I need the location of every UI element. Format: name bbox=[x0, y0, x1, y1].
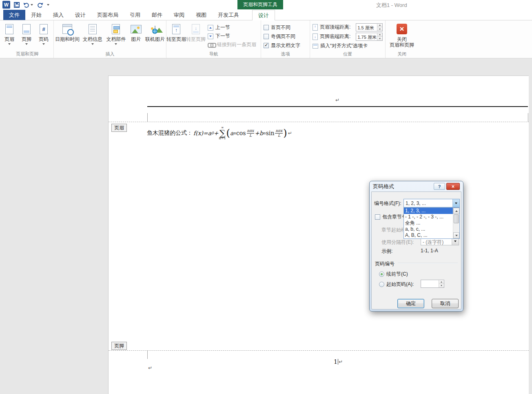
scrollbar[interactable] bbox=[453, 208, 459, 238]
show-document-text-checkbox[interactable]: 显示文档文字 bbox=[261, 41, 310, 50]
chevron-down-icon bbox=[8, 43, 11, 45]
scrollbar-thumb[interactable] bbox=[454, 214, 459, 223]
header-tag: 页眉 bbox=[111, 124, 127, 132]
online-pictures-button[interactable]: 联机图片 bbox=[144, 22, 166, 51]
chevron-down-icon bbox=[91, 43, 94, 45]
footer-button[interactable]: 页脚 bbox=[18, 22, 35, 51]
quick-parts-button[interactable]: 文档部件 bbox=[104, 22, 128, 51]
date-time-button[interactable]: 日期和时间 bbox=[54, 22, 81, 51]
header-text[interactable]: 鱼木混猪的公式： f(x)=a0+ ∞ ∑ n=1 ( an cos nπxL … bbox=[147, 125, 292, 141]
undo-button[interactable] bbox=[23, 2, 33, 8]
scroll-up-button[interactable] bbox=[453, 208, 459, 214]
section-divider bbox=[398, 263, 458, 264]
page-number-button[interactable]: 页码 bbox=[35, 22, 52, 51]
group-header-footer: 页眉 页脚 页码 页眉和页脚 bbox=[1, 20, 54, 58]
scroll-down-button[interactable] bbox=[453, 232, 459, 238]
ok-button[interactable]: 确定 bbox=[397, 299, 424, 308]
document-page[interactable]: ↵ 页眉 鱼木混猪的公式： f(x)=a0+ ∞ ∑ n=1 ( an cos … bbox=[108, 76, 529, 394]
different-first-page-checkbox[interactable]: 首页不同 bbox=[261, 23, 310, 32]
list-item[interactable]: 1, 2, 3, ... bbox=[404, 208, 453, 214]
list-item[interactable]: - 1 -, - 2 -, - 3 -, ... bbox=[404, 214, 453, 220]
save-icon bbox=[14, 2, 20, 8]
example-value: 1-1, 1-A bbox=[421, 248, 438, 254]
tab-developer[interactable]: 开发工具 bbox=[212, 10, 245, 20]
number-format-label: 编号格式(F): bbox=[374, 200, 401, 207]
start-at-spinner[interactable] bbox=[421, 280, 444, 288]
checkbox-unchecked bbox=[264, 25, 269, 30]
tab-insert[interactable]: 插入 bbox=[47, 10, 69, 20]
group-insert: 日期和时间 文档信息 文档部件 图片 联机图片 插入 bbox=[54, 20, 166, 58]
combobox-dropdown-button[interactable] bbox=[452, 199, 459, 207]
quick-parts-icon bbox=[112, 24, 120, 34]
footer-tag: 页脚 bbox=[111, 342, 127, 350]
spin-down-button[interactable] bbox=[377, 27, 382, 31]
continue-from-previous-radio[interactable]: 续前节(C) bbox=[379, 271, 408, 278]
redo-button[interactable] bbox=[37, 2, 43, 8]
tab-mailings[interactable]: 邮件 bbox=[146, 10, 168, 20]
previous-section-button[interactable]: 上一节 bbox=[206, 23, 258, 32]
different-odd-even-checkbox[interactable]: 奇偶页不同 bbox=[261, 32, 310, 41]
start-at-radio[interactable]: 起始页码(A): bbox=[379, 281, 414, 288]
document-info-button[interactable]: 文档信息 bbox=[81, 22, 104, 51]
margin-tick bbox=[147, 113, 148, 122]
dialog-title: 页码格式 bbox=[373, 183, 394, 190]
chevron-down-icon bbox=[42, 43, 45, 45]
paragraph-mark: ↵ bbox=[335, 97, 339, 103]
group-navigation: 转至页眉 转至页脚 上一节 下一节 链接到前一条页眉 bbox=[166, 20, 261, 58]
spin-down-button[interactable] bbox=[377, 36, 382, 40]
tab-design[interactable]: 设计 bbox=[69, 10, 91, 20]
footer-page-number[interactable]: 1 ↵ bbox=[334, 358, 343, 365]
margin-tick bbox=[147, 350, 148, 359]
word-logo-icon[interactable] bbox=[2, 1, 10, 9]
group-label: 页眉和页脚 bbox=[1, 51, 53, 57]
spin-up-button[interactable] bbox=[377, 24, 382, 27]
pictures-button[interactable]: 图片 bbox=[128, 22, 144, 51]
insert-alignment-tab-button[interactable]: 插入“对齐方式”选项卡 bbox=[310, 41, 385, 51]
group-label: 位置 bbox=[310, 51, 385, 57]
checkbox-unchecked bbox=[375, 214, 380, 220]
summation-symbol: ∞ ∑ n=1 bbox=[219, 126, 226, 140]
red-x-close-icon bbox=[397, 24, 407, 34]
spin-up-button[interactable] bbox=[439, 280, 444, 284]
list-item[interactable]: 全角 ... bbox=[404, 220, 453, 226]
radio-selected bbox=[379, 272, 384, 277]
help-icon[interactable]: ? bbox=[434, 183, 445, 190]
tab-view[interactable]: 视图 bbox=[190, 10, 212, 20]
page-footer-icon bbox=[22, 24, 31, 34]
spin-down-button[interactable] bbox=[439, 284, 444, 288]
formula: f(x)=a0+ ∞ ∑ n=1 ( an cos nπxL +bn sin n… bbox=[193, 126, 287, 140]
list-item[interactable]: A, B, C, ... bbox=[404, 232, 453, 238]
cancel-button[interactable]: 取消 bbox=[432, 299, 459, 308]
close-icon[interactable]: × bbox=[446, 183, 460, 190]
list-item[interactable]: a, b, c, ... bbox=[404, 226, 453, 232]
tab-review[interactable]: 审阅 bbox=[168, 10, 190, 20]
spin-up-button[interactable] bbox=[377, 33, 382, 37]
header-button[interactable]: 页眉 bbox=[1, 22, 18, 51]
group-options: 首页不同 奇偶页不同 显示文档文字 选项 bbox=[261, 20, 310, 58]
group-label: 关闭 bbox=[386, 51, 418, 57]
number-format-combobox[interactable]: 1, 2, 3, ... bbox=[403, 199, 460, 207]
goto-header-button[interactable]: 转至页眉 bbox=[166, 22, 186, 51]
tab-header-footer-design[interactable]: 设计 bbox=[252, 10, 275, 20]
undo-dropdown-icon bbox=[31, 4, 33, 6]
calendar-clock-icon bbox=[62, 24, 72, 34]
link-to-previous-button: 链接到前一条页眉 bbox=[206, 40, 258, 49]
tab-page-layout[interactable]: 页面布局 bbox=[91, 10, 124, 20]
tab-file[interactable]: 文件 bbox=[3, 10, 25, 20]
header-from-top-icon bbox=[313, 24, 318, 31]
tab-home[interactable]: 开始 bbox=[25, 10, 47, 20]
quick-access-toolbar bbox=[2, 1, 49, 9]
goto-header-icon bbox=[172, 24, 180, 34]
text-cursor bbox=[338, 359, 338, 365]
footer-from-bottom-input[interactable]: 1.75 厘米 bbox=[356, 33, 383, 41]
save-button[interactable] bbox=[14, 2, 20, 8]
include-chapter-checkbox[interactable]: 包含章节号 bbox=[375, 214, 407, 220]
header-from-top-input[interactable]: 1.5 厘米 bbox=[356, 23, 383, 31]
close-header-footer-button[interactable]: 关闭 页眉和页脚 bbox=[388, 22, 415, 51]
next-section-button[interactable]: 下一节 bbox=[206, 32, 258, 40]
ribbon-tabs: 文件 开始 插入 设计 页面布局 引用 邮件 审阅 视图 开发工具 设计 bbox=[0, 10, 532, 20]
page-number-format-dialog: 页码格式 ? × 编号格式(F): 1, 2, 3, ... 包含章节号 章节起… bbox=[369, 181, 463, 312]
customize-qat-button[interactable] bbox=[47, 4, 49, 6]
tab-references[interactable]: 引用 bbox=[124, 10, 146, 20]
page-numbering-section-label: 页码编号 bbox=[375, 260, 395, 267]
